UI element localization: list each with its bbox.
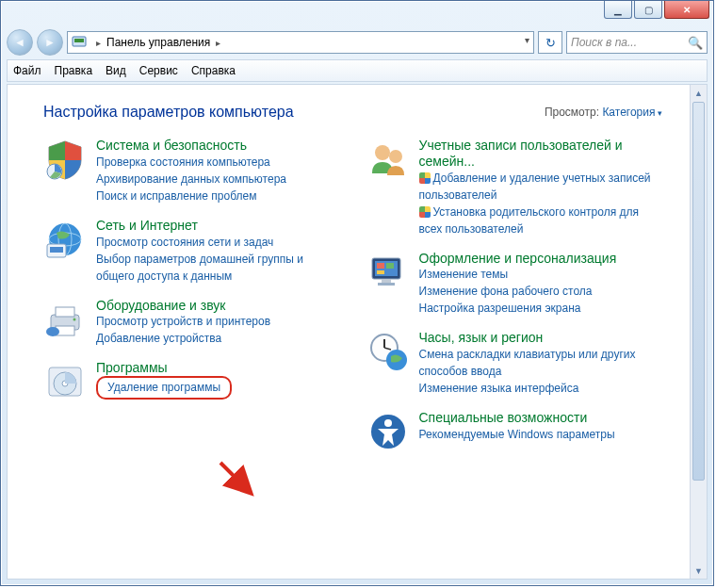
- category-title[interactable]: Оборудование и звук: [96, 298, 340, 314]
- users-icon: [366, 138, 410, 181]
- svg-point-12: [46, 327, 59, 336]
- chevron-right-icon: ▸: [96, 38, 101, 48]
- svg-rect-23: [382, 279, 391, 283]
- back-button[interactable]: ◄: [7, 29, 33, 56]
- category-link[interactable]: Поиск и исправление проблем: [96, 188, 340, 204]
- disc-icon: [43, 360, 87, 403]
- menu-view[interactable]: Вид: [106, 64, 126, 77]
- search-icon[interactable]: 🔍: [688, 36, 703, 50]
- svg-rect-9: [56, 307, 74, 317]
- category-title[interactable]: Программы: [96, 360, 340, 376]
- category-block: Сеть и ИнтернетПросмотр состояния сети и…: [43, 218, 340, 285]
- scroll-up-icon[interactable]: ▲: [691, 85, 707, 101]
- page-title: Настройка параметров компьютера: [43, 104, 294, 121]
- svg-rect-24: [378, 283, 395, 286]
- menu-edit[interactable]: Правка: [55, 64, 93, 77]
- menu-bar: Файл Правка Вид Сервис Справка: [7, 59, 708, 82]
- category-block: Система и безопасностьПроверка состояния…: [43, 138, 340, 204]
- content-header: Настройка параметров компьютера Просмотр…: [43, 104, 662, 121]
- maximize-button[interactable]: ▢: [634, 1, 662, 19]
- svg-rect-21: [386, 263, 394, 269]
- minimize-button[interactable]: ▁: [604, 1, 632, 19]
- category-link[interactable]: Изменение языка интерфейса: [419, 380, 663, 397]
- category-link[interactable]: Просмотр состояния сети и задач: [96, 234, 340, 251]
- category-block: ПрограммыУдаление программы: [43, 360, 340, 403]
- category-title[interactable]: Оформление и персонализация: [419, 251, 663, 267]
- access-icon: [366, 410, 410, 453]
- category-link[interactable]: Удаление программы: [96, 376, 340, 400]
- category-link[interactable]: Настройка разрешения экрана: [419, 300, 663, 317]
- svg-point-16: [375, 145, 390, 160]
- category-title[interactable]: Система и безопасность: [96, 138, 340, 154]
- category-title[interactable]: Сеть и Интернет: [96, 218, 340, 234]
- category-title[interactable]: Часы, язык и регион: [419, 330, 663, 346]
- category-link[interactable]: Архивирование данных компьютера: [96, 171, 340, 188]
- shield-icon: [43, 138, 87, 181]
- category-link[interactable]: Рекомендуемые Windows параметры: [419, 426, 663, 443]
- svg-rect-7: [50, 247, 63, 253]
- breadcrumb-text[interactable]: Панель управления: [106, 36, 210, 49]
- viewby-label: Просмотр:: [545, 106, 599, 119]
- category-block: Оборудование и звукПросмотр устройств и …: [43, 298, 340, 348]
- category-block: Оформление и персонализацияИзменение тем…: [366, 251, 663, 318]
- scroll-down-icon[interactable]: ▼: [691, 563, 707, 579]
- svg-point-11: [73, 318, 76, 320]
- appearance-icon: [366, 251, 410, 294]
- menu-help[interactable]: Справка: [191, 64, 236, 77]
- svg-point-17: [389, 150, 402, 163]
- svg-point-30: [384, 419, 392, 427]
- breadcrumb-box[interactable]: ▸ Панель управления ▸ ▾: [67, 31, 534, 54]
- category-block: Специальные возможностиРекомендуемые Win…: [366, 410, 663, 453]
- scrollbar[interactable]: ▲ ▼: [690, 85, 707, 579]
- svg-rect-20: [377, 263, 384, 269]
- category-title[interactable]: Учетные записи пользователей и семейн...: [419, 138, 663, 170]
- control-panel-icon: [72, 35, 87, 50]
- category-link[interactable]: Добавление и удаление учетных записей по…: [419, 170, 663, 204]
- category-link[interactable]: Добавление устройства: [96, 330, 340, 347]
- clock-icon: [366, 330, 410, 373]
- window-frame: ▁ ▢ ✕ ◄ ► ▸ Панель управления ▸ ▾ ↻ Поис…: [0, 0, 714, 586]
- category-link[interactable]: Установка родительского контроля для все…: [419, 204, 663, 237]
- close-button[interactable]: ✕: [664, 1, 709, 19]
- svg-rect-1: [74, 39, 84, 42]
- category-block: Учетные записи пользователей и семейн...…: [366, 138, 663, 237]
- category-link[interactable]: Изменение темы: [419, 266, 663, 283]
- search-input[interactable]: Поиск в па... 🔍: [566, 31, 708, 54]
- address-bar: ◄ ► ▸ Панель управления ▸ ▾ ↻ Поиск в па…: [7, 27, 708, 57]
- search-placeholder: Поиск в па...: [571, 36, 637, 49]
- menu-tools[interactable]: Сервис: [139, 64, 178, 77]
- category-link[interactable]: Проверка состояния компьютера: [96, 154, 340, 171]
- category-title[interactable]: Специальные возможности: [419, 410, 663, 426]
- category-link[interactable]: Изменение фона рабочего стола: [419, 283, 663, 300]
- highlighted-link[interactable]: Удаление программы: [96, 376, 232, 400]
- refresh-button[interactable]: ↻: [538, 31, 562, 54]
- titlebar: ▁ ▢ ✕: [1, 1, 713, 27]
- view-by: Просмотр: Категория: [545, 106, 662, 119]
- category-link[interactable]: Смена раскладки клавиатуры или других сп…: [419, 346, 663, 380]
- category-block: Часы, язык и регионСмена раскладки клави…: [366, 330, 663, 397]
- menu-file[interactable]: Файл: [13, 64, 41, 77]
- chevron-right-icon[interactable]: ▸: [216, 38, 220, 48]
- content-pane: ▲ ▼ Настройка параметров компьютера Прос…: [7, 84, 708, 580]
- category-link[interactable]: Выбор параметров домашней группы и общег…: [96, 251, 340, 285]
- svg-rect-22: [377, 270, 384, 274]
- forward-button[interactable]: ►: [37, 29, 63, 56]
- scroll-thumb[interactable]: [692, 102, 705, 481]
- category-link[interactable]: Просмотр устройств и принтеров: [96, 313, 340, 330]
- printer-icon: [43, 298, 87, 341]
- globe-icon: [43, 218, 87, 261]
- viewby-dropdown[interactable]: Категория: [602, 106, 662, 119]
- dropdown-arrow-icon[interactable]: ▾: [525, 35, 529, 45]
